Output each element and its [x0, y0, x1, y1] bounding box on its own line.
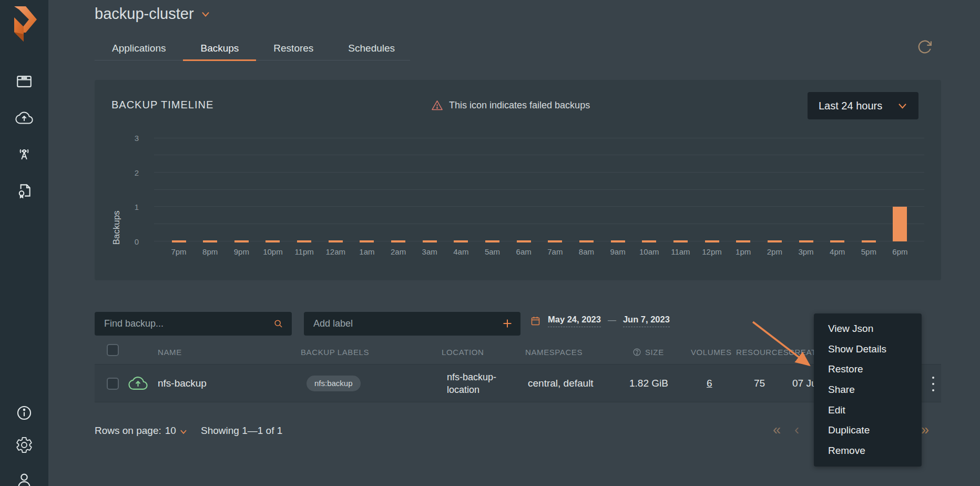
timeline-bar[interactable]	[172, 240, 186, 242]
x-tick-label: 5pm	[853, 247, 884, 256]
x-tick-label: 4am	[445, 247, 477, 256]
column-name[interactable]: NAME	[158, 348, 182, 357]
x-tick-label: 5am	[477, 247, 508, 256]
timeline-bar[interactable]	[642, 240, 656, 242]
sidebar-item-policies[interactable]	[15, 181, 33, 199]
chart-gridline	[154, 224, 924, 224]
sidebar-item-backups[interactable]	[15, 109, 33, 127]
help-circle-icon	[632, 348, 641, 357]
column-size-label: SIZE	[645, 348, 664, 357]
sidebar-item-info[interactable]	[15, 404, 33, 422]
menu-item-remove[interactable]: Remove	[814, 441, 922, 461]
tab-schedules[interactable]: Schedules	[331, 37, 412, 60]
app-window-icon	[15, 73, 33, 90]
cluster-selector[interactable]: backup-cluster	[95, 5, 210, 23]
chart-x-axis: 7pm8pm9pm10pm11pm12am1am2am3am4am5am6am7…	[154, 247, 924, 259]
row-checkbox[interactable]	[107, 378, 119, 390]
timeline-bar[interactable]	[579, 240, 594, 242]
time-range-select[interactable]: Last 24 hours	[808, 92, 918, 119]
menu-item-edit[interactable]: Edit	[814, 400, 922, 421]
timeline-bar[interactable]	[862, 240, 876, 242]
refresh-button[interactable]	[917, 39, 933, 55]
column-location[interactable]: LOCATION	[442, 348, 484, 357]
menu-item-view-json[interactable]: View Json	[814, 319, 922, 339]
row-actions-menu-button[interactable]	[928, 377, 938, 391]
backup-label-chip[interactable]: nfs:backup	[307, 376, 361, 391]
menu-item-duplicate[interactable]: Duplicate	[814, 420, 922, 441]
tab-restores[interactable]: Restores	[256, 37, 331, 60]
timeline-bar[interactable]	[830, 240, 844, 242]
search-input[interactable]	[95, 312, 292, 336]
date-separator: —	[608, 315, 616, 325]
sidebar-item-profile[interactable]	[15, 471, 33, 486]
timeline-bar[interactable]	[485, 240, 499, 242]
menu-item-show-details[interactable]: Show Details	[814, 339, 922, 360]
previous-page-button[interactable]: ‹	[794, 422, 799, 438]
column-namespaces[interactable]: NAMESPACES	[525, 348, 583, 357]
x-tick-label: 9am	[602, 247, 634, 256]
x-tick-label: 6pm	[884, 247, 916, 256]
menu-item-restore[interactable]: Restore	[814, 359, 922, 380]
column-resources[interactable]: RESOURCES	[736, 348, 789, 357]
add-label-field	[304, 312, 520, 336]
timeline-bar[interactable]	[768, 240, 782, 242]
timeline-bar[interactable]	[329, 240, 343, 242]
column-volumes[interactable]: VOLUMES	[691, 348, 732, 357]
warning-triangle-icon	[431, 99, 443, 111]
chart-y-axis: 0123	[116, 138, 139, 241]
chevron-down-icon	[897, 103, 907, 109]
rows-per-page-value: 10	[165, 425, 176, 437]
timeline-bar[interactable]	[423, 240, 437, 242]
backup-timeline-panel: BACKUP TIMELINE This icon indicates fail…	[95, 80, 941, 280]
user-icon	[15, 471, 33, 486]
menu-item-share[interactable]: Share	[814, 380, 922, 400]
tab-applications[interactable]: Applications	[95, 37, 183, 60]
timeline-bar[interactable]	[454, 240, 468, 242]
document-certificate-icon	[15, 181, 33, 199]
search-backup-field	[95, 312, 292, 336]
column-size[interactable]: SIZE	[632, 348, 664, 357]
search-icon[interactable]	[273, 318, 284, 329]
backup-volumes-link[interactable]: 6	[707, 378, 712, 389]
chevron-down-icon	[180, 429, 187, 434]
backup-timeline-chart	[154, 138, 924, 241]
sidebar-item-applications[interactable]	[15, 73, 33, 90]
x-tick-label: 10am	[634, 247, 665, 256]
timeline-bar[interactable]	[705, 240, 719, 242]
x-tick-label: 8am	[570, 247, 602, 256]
timeline-bar[interactable]	[234, 240, 249, 242]
timeline-bar[interactable]	[673, 240, 688, 242]
timeline-bar[interactable]	[297, 240, 311, 242]
page-title: backup-cluster	[95, 5, 194, 23]
chart-gridline	[154, 138, 924, 138]
broadcast-antenna-icon	[15, 145, 33, 163]
plus-icon[interactable]	[502, 318, 513, 329]
calendar-icon[interactable]	[530, 315, 541, 327]
x-tick-label: 4pm	[822, 247, 853, 256]
brand-logo-icon[interactable]	[12, 4, 37, 43]
date-from[interactable]: May 24, 2023	[548, 315, 601, 327]
column-backup-labels[interactable]: BACKUP LABELS	[301, 348, 369, 357]
timeline-bar[interactable]	[266, 240, 280, 242]
timeline-bar[interactable]	[360, 240, 374, 242]
timeline-bar[interactable]	[893, 207, 907, 241]
date-to[interactable]: Jun 7, 2023	[623, 315, 670, 327]
label-input[interactable]	[304, 312, 520, 336]
first-page-button[interactable]: «	[773, 422, 781, 438]
select-all-checkbox[interactable]	[107, 344, 119, 356]
timeline-bar[interactable]	[391, 240, 405, 242]
timeline-bar[interactable]	[548, 240, 562, 242]
tab-backups[interactable]: Backups	[183, 37, 256, 60]
sidebar-item-broadcast[interactable]	[15, 145, 33, 163]
timeline-bar[interactable]	[203, 240, 217, 242]
timeline-bar[interactable]	[517, 240, 531, 242]
timeline-bar[interactable]	[736, 240, 750, 242]
rows-per-page-select[interactable]: Rows on page: 10	[95, 425, 187, 437]
x-tick-label: 8pm	[195, 247, 226, 256]
backup-created: 07 Ju	[792, 378, 816, 389]
last-page-button[interactable]: »	[921, 422, 929, 438]
timeline-bar[interactable]	[799, 240, 813, 242]
sidebar-item-settings[interactable]	[15, 436, 33, 454]
timeline-bar[interactable]	[611, 240, 625, 242]
backup-name[interactable]: nfs-backup	[158, 378, 207, 389]
